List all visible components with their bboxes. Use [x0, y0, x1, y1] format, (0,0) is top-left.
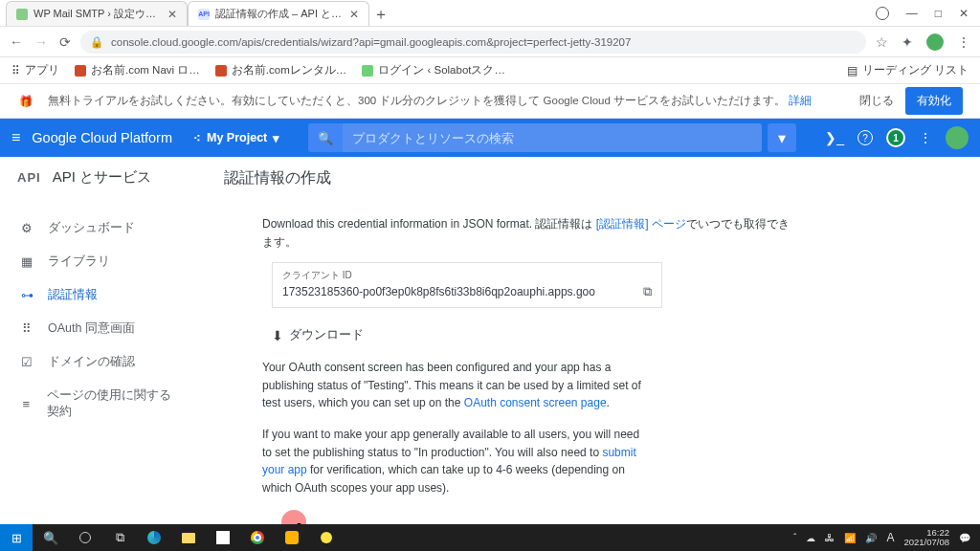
tab-wpmailsmtp[interactable]: WP Mail SMTP › 設定ウィザード ✕ — [6, 1, 188, 26]
help-icon[interactable]: ? — [858, 130, 873, 145]
project-selector[interactable]: ⁖ My Project ▾ — [193, 131, 279, 145]
page-title: 認証情報の作成 — [224, 168, 957, 188]
production-info-paragraph: If you want to make your app generally a… — [262, 426, 645, 496]
wifi-icon[interactable]: 📶 — [844, 533, 856, 543]
onedrive-icon[interactable]: ☁ — [806, 533, 815, 543]
sidebar-item-label: 認証情報 — [48, 287, 98, 303]
sidebar-item-dashboard[interactable]: ⚙ ダッシュボード — [0, 211, 201, 245]
sidebar: API API とサービス ⚙ ダッシュボード ▦ ライブラリ ⊶ 認証情報 ⠿… — [0, 157, 201, 524]
apps-label: アプリ — [25, 63, 59, 77]
favicon-icon: API — [198, 9, 210, 20]
minimize-button[interactable]: — — [906, 7, 918, 20]
bookmark-icon — [215, 65, 227, 77]
sidebar-heading[interactable]: API API とサービス — [0, 157, 201, 198]
list-icon: ▤ — [847, 64, 858, 77]
clock[interactable]: 16:22 2021/07/08 — [903, 528, 949, 547]
sidebar-item-label: ページの使用に関する契約 — [47, 387, 182, 420]
trial-text: 無料トライアルをお試しください。有効にしていただくと、300 ドル分のクレジット… — [48, 94, 812, 108]
account-indicator-icon[interactable] — [876, 7, 889, 20]
doc-icon: ≡ — [19, 397, 33, 411]
sidebar-items: ⚙ ダッシュボード ▦ ライブラリ ⊶ 認証情報 ⠿ OAuth 同意画面 ☑ … — [0, 211, 201, 429]
reading-list-button[interactable]: ▤ リーディング リスト — [847, 63, 969, 77]
bookmark-label: お名前.comレンタル… — [232, 63, 346, 77]
tab-gcp-credentials[interactable]: API 認証情報の作成 – API とサービス – … ✕ — [188, 1, 369, 26]
activate-button[interactable]: 有効化 — [905, 87, 963, 115]
credentials-page-link[interactable]: [認証情報] ページ — [596, 217, 686, 231]
start-button[interactable]: ⊞ — [0, 524, 33, 551]
apps-grid-icon: ⠿ — [11, 64, 20, 77]
cortana-button[interactable] — [69, 524, 101, 551]
search-button[interactable]: 🔍 — [34, 524, 67, 551]
apps-button[interactable]: ⠿ アプリ — [11, 63, 59, 77]
back-button[interactable]: ← — [10, 34, 23, 50]
download-button[interactable]: ⬇ ダウンロード — [272, 327, 957, 343]
sidebar-item-label: ダッシュボード — [48, 220, 135, 236]
close-icon[interactable]: ✕ — [349, 8, 359, 21]
page-body: API API とサービス ⚙ ダッシュボード ▦ ライブラリ ⊶ 認証情報 ⠿… — [0, 157, 980, 524]
profile-avatar[interactable] — [926, 33, 944, 51]
explorer-app[interactable] — [172, 524, 205, 551]
cursor-highlight-icon — [281, 510, 306, 524]
network-icon[interactable]: 🖧 — [825, 533, 835, 543]
download-icon: ⬇ — [272, 328, 283, 343]
client-id-field: クライアント ID 173523185360-po0f3ep0k8p8fs6ti… — [272, 262, 662, 308]
edge-app[interactable] — [138, 524, 170, 551]
project-label: My Project — [207, 131, 267, 144]
sidebar-item-oauth-consent[interactable]: ⠿ OAuth 同意画面 — [0, 312, 201, 345]
notifications-badge[interactable]: 1 — [886, 128, 905, 147]
dismiss-button[interactable]: 閉じる — [859, 93, 894, 109]
gift-icon: 🎁 — [17, 93, 34, 110]
sidebar-item-credentials[interactable]: ⊶ 認証情報 — [0, 278, 201, 312]
extensions-icon[interactable]: ✦ — [902, 34, 913, 50]
sidebar-item-library[interactable]: ▦ ライブラリ — [0, 245, 201, 278]
dashboard-icon: ⚙ — [19, 221, 34, 235]
consent-icon: ⠿ — [19, 321, 34, 336]
action-center-icon[interactable]: 💬 — [959, 533, 970, 543]
client-id-label: クライアント ID — [282, 269, 652, 282]
trial-details-link[interactable]: 詳細 — [789, 95, 812, 106]
bookmark-label: お名前.com Navi ロ… — [91, 63, 200, 77]
header-icons: ❯_ ? 1 ⋮ — [825, 126, 969, 149]
tray-up-icon[interactable]: ˆ — [793, 533, 796, 543]
cloud-shell-icon[interactable]: ❯_ — [825, 130, 844, 145]
search-dropdown-icon[interactable]: ▾ — [768, 123, 796, 152]
new-tab-button[interactable]: ＋ — [369, 3, 392, 26]
sidebar-item-page-usage[interactable]: ≡ ページの使用に関する契約 — [0, 379, 201, 429]
word-app[interactable] — [276, 524, 308, 551]
volume-icon[interactable]: 🔊 — [865, 533, 877, 543]
project-dots-icon: ⁖ — [193, 131, 201, 145]
library-icon: ▦ — [19, 254, 34, 269]
sidebar-item-domain-verify[interactable]: ☑ ドメインの確認 — [0, 345, 201, 379]
download-description: Download this credential information in … — [262, 215, 798, 251]
task-view-button[interactable]: ⧉ — [103, 524, 136, 551]
oauth-consent-link[interactable]: OAuth consent screen page — [464, 396, 607, 409]
forward-button[interactable]: → — [34, 34, 48, 50]
copy-icon[interactable]: ⧉ — [643, 284, 652, 299]
app-yellow[interactable] — [310, 524, 343, 551]
bookmark-item[interactable]: お名前.comレンタル… — [215, 63, 346, 77]
store-app[interactable] — [207, 524, 239, 551]
kebab-menu-icon[interactable]: ⋮ — [919, 130, 932, 145]
chevron-down-icon: ▾ — [273, 131, 279, 145]
search-input[interactable] — [343, 123, 762, 152]
maximize-button[interactable]: □ — [935, 7, 942, 20]
reload-button[interactable]: ⟳ — [59, 34, 71, 50]
kebab-menu-icon[interactable]: ⋮ — [957, 34, 970, 50]
windows-taskbar: ⊞ 🔍 ⧉ ˆ ☁ 🖧 📶 🔊 A 16:22 2021/07/08 💬 — [0, 524, 980, 551]
account-avatar[interactable] — [946, 126, 969, 149]
chrome-app[interactable] — [241, 524, 274, 551]
bookmark-icon — [362, 65, 373, 77]
lock-icon: 🔒 — [90, 35, 103, 49]
close-button[interactable]: ✕ — [959, 7, 969, 20]
bookmark-item[interactable]: お名前.com Navi ロ… — [75, 63, 200, 77]
nav-menu-icon[interactable]: ≡ — [11, 129, 20, 146]
search-icon[interactable]: 🔍 — [308, 123, 343, 152]
address-field[interactable]: 🔒 console.cloud.google.com/apis/credenti… — [80, 31, 866, 54]
bookmark-star-icon[interactable]: ☆ — [876, 34, 888, 50]
key-icon: ⊶ — [19, 288, 34, 302]
ime-indicator[interactable]: A — [886, 531, 894, 544]
nav-buttons: ← → ⟳ — [10, 34, 71, 50]
close-icon[interactable]: ✕ — [167, 8, 177, 21]
bookmark-item[interactable]: ログイン ‹ Solabotスク… — [362, 63, 505, 77]
gcp-header: ≡ Google Cloud Platform ⁖ My Project ▾ 🔍… — [0, 119, 980, 157]
